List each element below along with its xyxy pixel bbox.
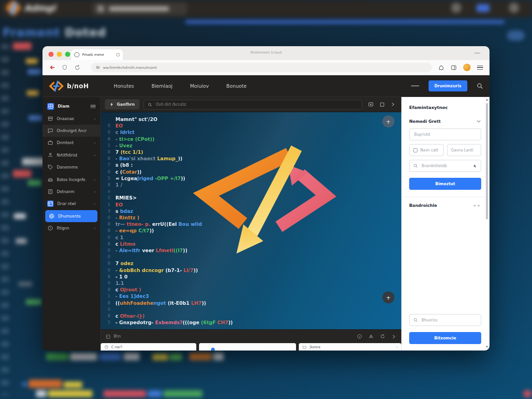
background-code-blob <box>26 299 42 305</box>
nav-link[interactable]: Bonuote <box>226 83 247 89</box>
frame-icon[interactable] <box>380 102 385 107</box>
browser-tabstrip: Pmatk mene Wvbesrnen lcraud <box>42 46 490 60</box>
chevron-right-icon[interactable] <box>392 334 396 339</box>
background-icon <box>451 3 461 13</box>
panel-search-field[interactable] <box>409 160 481 172</box>
option-field-a[interactable]: Navn catt <box>409 144 444 156</box>
console-icon[interactable] <box>106 334 110 339</box>
app-logo[interactable]: b/noH <box>49 80 89 92</box>
background-brand: Admgl <box>24 3 55 13</box>
chevron-down-icon[interactable] <box>476 119 481 124</box>
background-code-blob <box>18 282 32 286</box>
nav-link[interactable]: Honutes <box>114 83 134 89</box>
info-icon[interactable] <box>357 334 362 339</box>
shield-icon[interactable] <box>61 64 68 71</box>
text-size-icon[interactable] <box>369 334 374 339</box>
editor-search-input[interactable] <box>155 102 358 107</box>
add-fab[interactable]: + <box>382 291 394 303</box>
tag-icon <box>47 164 53 170</box>
background-code-blob <box>103 390 146 397</box>
editor-search[interactable] <box>144 100 362 109</box>
field-row: Navn catt Gavna Lantl <box>409 144 481 156</box>
sidebar-item-label: Onaanae <box>57 116 90 121</box>
person-icon <box>47 152 53 158</box>
chevron-right-icon[interactable]: › <box>396 345 398 349</box>
panel-search-input[interactable] <box>421 163 470 169</box>
panel-bottom-search-field[interactable] <box>409 314 481 326</box>
home-icon[interactable] <box>438 65 444 71</box>
chevron-right-icon: › <box>94 116 96 121</box>
nav-link[interactable]: Biemlaoj <box>151 83 173 89</box>
sidebar-item-dnmtont[interactable]: Dnmtont› <box>42 137 100 149</box>
reload-icon[interactable] <box>74 64 80 71</box>
panel-bottom-search-input[interactable] <box>421 318 477 323</box>
sidebar-item-label: Dhumuonta <box>58 214 94 218</box>
footer-tab-left[interactable]: C nar? <box>101 343 196 351</box>
background-icon <box>509 3 519 13</box>
sidebar-item-onaanae[interactable]: Onaanae› <box>42 112 100 124</box>
sidebar-item-dnar-ntwl[interactable]: Dnar ntwl› <box>42 198 100 210</box>
background-code-blob <box>148 390 162 397</box>
line-number: 1 <box>104 142 110 149</box>
line-number <box>104 116 110 122</box>
address-bar[interactable]: ww.firenfechdirsth.manutinonit <box>91 63 432 72</box>
line-number: 1 <box>104 201 110 208</box>
name-input[interactable] <box>413 132 477 137</box>
footer-tab-right[interactable]: ]kotea › <box>299 343 401 351</box>
status-label: Bhn <box>114 334 121 339</box>
panel-section2-header[interactable]: Bandroichle ++ <box>409 203 481 208</box>
chevron-right-icon: › <box>94 153 96 157</box>
line-number: 0 <box>104 267 110 273</box>
add-icons[interactable]: ++ <box>473 204 481 208</box>
name-field[interactable] <box>409 128 481 140</box>
sidebar-item-danennme[interactable]: Danennme <box>42 161 100 173</box>
panel-bottom-button[interactable]: Bitxomcie <box>409 332 481 344</box>
code-brackets-logo-icon <box>49 80 64 92</box>
sidebar-item-rtignn[interactable]: Rtignn› <box>42 222 100 234</box>
checkbox-icon[interactable] <box>413 148 417 152</box>
refresh-icon[interactable] <box>380 334 385 339</box>
sidebar-item-nrtitfidirist[interactable]: Nrtitfidirist› <box>42 149 100 161</box>
back-icon[interactable] <box>49 64 55 71</box>
sidebar-item-detnanm[interactable]: Detnanm› <box>42 186 100 198</box>
hamburger-menu-icon[interactable] <box>91 105 96 108</box>
search-icon[interactable] <box>477 83 483 89</box>
code-editor[interactable]: Mamnt" sct'/2O0EO0c Idrlct8- ti>ce (CPot… <box>101 112 401 329</box>
run-button[interactable]: Ganfhrn <box>105 99 139 109</box>
sidepanel-icon[interactable] <box>451 65 457 71</box>
sidebar-item-dhumuonta[interactable]: Dhumuonta <box>45 210 97 222</box>
panel-primary-button[interactable]: Bimeztut <box>409 178 481 190</box>
code-line: 8c Ofnar-i}) <box>104 313 233 319</box>
background-code-blob <box>64 381 82 388</box>
line-number: 0 <box>104 122 110 129</box>
panel-section-header[interactable]: Nemedi Grett <box>409 119 481 124</box>
nav-link[interactable]: Moiuiov <box>190 83 209 89</box>
code-line: 0c Idrlct <box>104 129 233 135</box>
browser-menu-icon[interactable] <box>477 66 483 70</box>
new-tab-dash-icon[interactable] <box>474 53 480 54</box>
chevron-right-icon[interactable] <box>391 102 395 107</box>
sidebar-item-diam[interactable]: Diam <box>42 100 100 112</box>
sidebar-item-batos-incognfe[interactable]: Batos Incognfe› <box>42 173 100 185</box>
code-line: 0c (Cotar)) <box>104 169 233 175</box>
clock-icon <box>47 225 53 231</box>
chevron-right-icon: › <box>94 140 96 145</box>
app-header: b/noH HonutesBiemlaojMoiuiovBonuote Drun… <box>42 75 490 97</box>
site-info-icon[interactable] <box>96 65 100 70</box>
line-number: 8 <box>104 181 110 188</box>
background-tab <box>92 2 187 15</box>
footer-tab-middle[interactable] <box>199 343 296 351</box>
sidebar-item-label: Detnanm <box>57 189 90 194</box>
sidebar-item-ondnvignt-ancr[interactable]: Ondnvignt Ancr <box>42 125 100 137</box>
panel-scrollbar[interactable] <box>486 103 488 219</box>
background-code-blob <box>28 69 42 74</box>
active-dot <box>211 348 215 351</box>
line-number: 8 <box>104 221 110 227</box>
editor-action-fab[interactable]: + <box>382 115 394 127</box>
primary-cta-button[interactable]: Drunimzuris <box>429 80 467 91</box>
code-line: 0c 1 <box>104 234 233 241</box>
code-line: 8- Bao'si xhaect Lamup_)) <box>104 155 233 162</box>
option-field-b[interactable]: Gavna Lantl <box>447 144 482 156</box>
media-icon[interactable] <box>368 102 374 107</box>
profile-avatar[interactable] <box>463 64 471 71</box>
